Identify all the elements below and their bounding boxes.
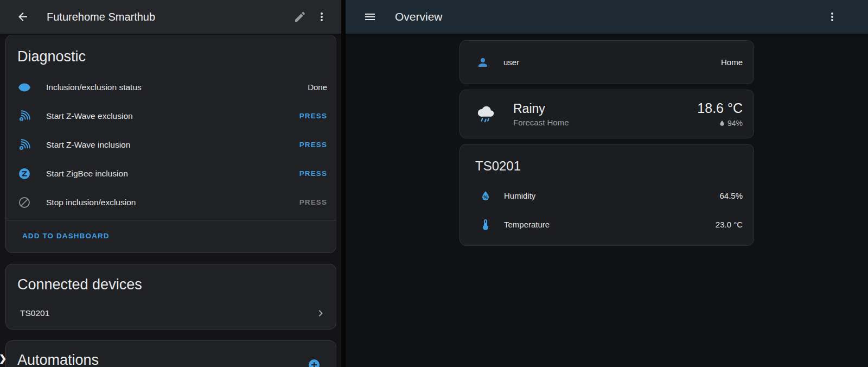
- left-scroll-area[interactable]: Diagnostic Inclusion/exclusion status Do…: [0, 34, 341, 367]
- left-page-title: Futurehome Smarthub: [47, 11, 289, 23]
- overview-panel: Overview user Home: [346, 0, 868, 367]
- cancel-icon: [18, 196, 31, 209]
- arrow-left-icon: [16, 10, 29, 23]
- inclusion-status-value: Done: [308, 83, 327, 92]
- account-icon: [476, 56, 489, 69]
- edit-button[interactable]: [289, 6, 311, 28]
- device-settings-panel: Futurehome Smarthub Diagnostic: [0, 0, 341, 367]
- plus-circle-icon: [308, 358, 321, 367]
- right-app-bar: Overview: [346, 0, 868, 34]
- temperature-label: Temperature: [504, 220, 550, 229]
- inclusion-status-row: Inclusion/exclusion status Done: [6, 73, 336, 102]
- connected-device-row[interactable]: TS0201: [6, 299, 336, 328]
- weather-rainy-icon: [474, 103, 497, 125]
- zwave-exclusion-press-button[interactable]: PRESS: [299, 112, 327, 120]
- water-drop-icon: [718, 119, 726, 127]
- diagnostic-card: Diagnostic Inclusion/exclusion status Do…: [5, 35, 336, 253]
- hamburger-menu-icon: [363, 10, 376, 23]
- connected-devices-card: Connected devices TS0201: [5, 264, 336, 330]
- stop-inclusion-row: Stop inclusion/exclusion PRESS: [6, 188, 336, 217]
- automations-card: Automations: [5, 340, 336, 367]
- device-entities-card: TS0201 % Humidity 64.5% Tempe: [459, 144, 754, 246]
- z-wave-icon: 2: [18, 138, 31, 151]
- zigbee-icon: [18, 167, 31, 180]
- water-percent-icon: %: [479, 189, 492, 203]
- person-entity-card[interactable]: user Home: [459, 40, 754, 84]
- panel-divider: [341, 0, 346, 367]
- left-overflow-menu-button[interactable]: [311, 6, 333, 28]
- weather-values-block: 18.6 °C 94%: [697, 100, 743, 128]
- zwave-exclusion-row: 2 Start Z-Wave exclusion PRESS: [6, 102, 336, 130]
- back-button[interactable]: [12, 6, 34, 28]
- right-overflow-menu-button[interactable]: [821, 6, 843, 28]
- inclusion-status-label: Inclusion/exclusion status: [46, 83, 142, 92]
- person-name: user: [503, 58, 519, 67]
- sidebar-menu-button[interactable]: [359, 6, 381, 28]
- weather-text-block: Rainy Forecast Home: [513, 102, 569, 127]
- weather-condition: Rainy: [513, 102, 569, 116]
- weather-humidity: 94%: [727, 119, 743, 128]
- diagnostic-card-title: Diagnostic: [6, 35, 336, 73]
- humidity-label: Humidity: [504, 191, 535, 200]
- person-state: Home: [721, 58, 743, 67]
- left-app-bar: Futurehome Smarthub: [0, 0, 341, 34]
- z-wave-icon: 2: [18, 110, 31, 123]
- svg-text:%: %: [483, 194, 488, 200]
- dots-vertical-icon: [826, 10, 839, 23]
- zigbee-inclusion-row: Start ZigBee inclusion PRESS: [6, 159, 336, 188]
- temperature-value: 23.0 °C: [716, 220, 743, 229]
- sensor-card-title: TS0201: [460, 144, 754, 181]
- gesture-hint-arrow: ❯: [0, 353, 7, 364]
- weather-forecast-card[interactable]: Rainy Forecast Home 18.6 °C 94%: [459, 90, 754, 138]
- add-automation-button[interactable]: [303, 354, 325, 367]
- weather-temperature: 18.6 °C: [697, 100, 743, 116]
- right-page-title: Overview: [395, 10, 443, 23]
- stop-inclusion-press-button: PRESS: [299, 198, 327, 206]
- zwave-inclusion-press-button[interactable]: PRESS: [299, 141, 327, 149]
- device-name: TS0201: [20, 308, 49, 318]
- zwave-inclusion-row: 2 Start Z-Wave inclusion PRESS: [6, 130, 336, 159]
- stop-inclusion-label: Stop inclusion/exclusion: [46, 198, 136, 207]
- zigbee-inclusion-press-button[interactable]: PRESS: [299, 169, 327, 178]
- weather-subtitle: Forecast Home: [513, 118, 569, 127]
- thermometer-icon: [479, 218, 492, 231]
- dashboard-view: user Home: [459, 40, 754, 251]
- chevron-right-icon: [314, 307, 327, 320]
- temperature-row[interactable]: Temperature 23.0 °C: [460, 210, 754, 239]
- automations-title: Automations: [17, 352, 99, 367]
- humidity-row[interactable]: % Humidity 64.5%: [460, 181, 754, 210]
- zigbee-inclusion-label: Start ZigBee inclusion: [46, 169, 128, 179]
- connected-devices-title: Connected devices: [6, 264, 336, 299]
- eye-icon: [18, 81, 31, 94]
- zwave-exclusion-label: Start Z-Wave exclusion: [46, 111, 133, 121]
- pencil-icon: [293, 10, 307, 23]
- app-window: Futurehome Smarthub Diagnostic: [0, 0, 868, 367]
- dots-vertical-icon: [315, 10, 328, 23]
- add-to-dashboard-button[interactable]: ADD TO DASHBOARD: [6, 220, 120, 252]
- zwave-inclusion-label: Start Z-Wave inclusion: [46, 140, 130, 150]
- humidity-value: 64.5%: [719, 191, 743, 200]
